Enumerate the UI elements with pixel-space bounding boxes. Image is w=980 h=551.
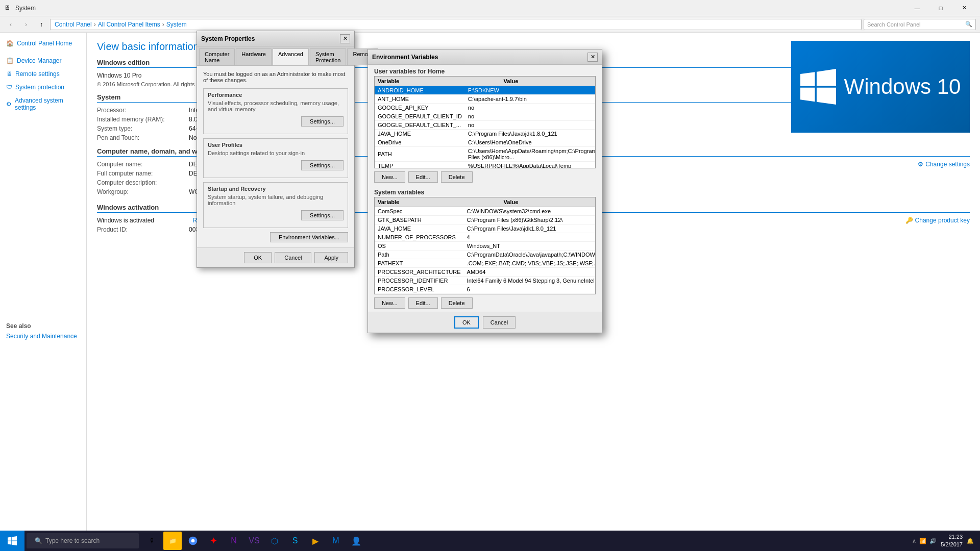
sys-vars-edit-btn[interactable]: Edit...: [408, 297, 438, 309]
minimize-button[interactable]: —: [905, 0, 929, 16]
env-close-button[interactable]: ✕: [587, 53, 598, 62]
notification-center[interactable]: 🔔: [967, 538, 974, 544]
tray-arrow[interactable]: ∧: [912, 538, 916, 544]
tab-system-protection[interactable]: System Protection: [310, 48, 347, 65]
sys-var-name: PROCESSOR_IDENTIFIER: [375, 277, 464, 285]
taskbar-cortana[interactable]: 🎙: [143, 532, 161, 550]
sys-props-cancel-btn[interactable]: Cancel: [275, 252, 311, 263]
sys-props-ok-btn[interactable]: OK: [244, 252, 272, 263]
user-var-row[interactable]: GOOGLE_API_KEYno: [375, 104, 595, 112]
env-ok-btn[interactable]: OK: [454, 316, 479, 329]
user-var-value: C:\apache-ant-1.9.7\bin: [465, 95, 595, 104]
user-vars-scroll[interactable]: ANDROID_HOMEF:\SDKNEWANT_HOMEC:\apache-a…: [375, 86, 595, 168]
sys-props-apply-btn[interactable]: Apply: [314, 252, 348, 263]
windows-logo-large: [800, 69, 836, 105]
tray-volume[interactable]: 🔊: [929, 538, 937, 544]
win10-text: Windows 10: [844, 74, 961, 99]
sys-var-row[interactable]: PROCESSOR_LEVEL6: [375, 285, 595, 294]
sys-var-name: ComSpec: [375, 207, 464, 216]
sys-vars-scroll[interactable]: ComSpecC:\WINDOWS\system32\cmd.exeGTK_BA…: [375, 207, 595, 294]
sys-props-close-button[interactable]: ✕: [340, 34, 350, 43]
sys-var-row[interactable]: PATHEXT.COM;.EXE;.BAT;.CMD;.VBS;.VBE;.JS…: [375, 259, 595, 268]
path-all-items[interactable]: All Control Panel Items: [98, 21, 160, 28]
sidebar-security-maintenance[interactable]: Security and Maintenance: [6, 332, 80, 341]
user-vars-delete-btn[interactable]: Delete: [441, 171, 473, 183]
path-control-panel[interactable]: Control Panel: [55, 21, 92, 28]
user-var-row[interactable]: JAVA_HOMEC:\Program Files\Java\jdk1.8.0_…: [375, 130, 595, 138]
user-vars-edit-btn[interactable]: Edit...: [408, 171, 438, 183]
search-icon-taskbar: 🔍: [35, 537, 42, 544]
sys-props-tabs: Computer Name Hardware Advanced System P…: [197, 46, 354, 66]
clock[interactable]: 21:23 5/2/2017: [941, 533, 963, 549]
product-id-label: Product ID:: [97, 226, 189, 233]
maximize-button[interactable]: □: [929, 0, 952, 16]
user-var-row[interactable]: ANDROID_HOMEF:\SDKNEW: [375, 86, 595, 95]
taskbar-app2[interactable]: ⬡: [265, 532, 284, 550]
address-bar[interactable]: Control Panel › All Control Panel Items …: [50, 19, 862, 30]
sys-var-value: 4: [464, 233, 595, 242]
user-var-col-variable: Variable: [375, 77, 501, 86]
sys-var-row[interactable]: OSWindows_NT: [375, 242, 595, 251]
environment-variables-dialog: Environment Variables ✕ User variables f…: [368, 49, 602, 333]
tab-computer-name[interactable]: Computer Name: [199, 48, 235, 65]
sys-var-row[interactable]: NUMBER_OF_PROCESSORS4: [375, 233, 595, 242]
sidebar-item-system-protection[interactable]: 🛡 System protection: [0, 81, 86, 94]
user-var-row[interactable]: GOOGLE_DEFAULT_CLIENT_IDno: [375, 112, 595, 121]
sidebar-item-device-manager[interactable]: 📋 Device Manager: [0, 54, 86, 67]
chrome-icon: [188, 536, 198, 546]
user-vars-new-btn[interactable]: New...: [374, 171, 405, 183]
taskbar-file-explorer[interactable]: 📁: [163, 532, 182, 550]
env-dialog-title: Environment Variables: [372, 54, 587, 61]
sys-vars-new-btn[interactable]: New...: [374, 297, 405, 309]
sys-vars-delete-btn[interactable]: Delete: [441, 297, 473, 309]
taskbar-app4[interactable]: M: [327, 532, 345, 550]
taskbar-skype[interactable]: S: [286, 532, 304, 550]
user-profiles-settings-btn[interactable]: Settings...: [301, 160, 344, 170]
sys-var-value: C:\Program Files (x86)\GtkSharp\2.12\: [464, 216, 595, 224]
close-button[interactable]: ✕: [952, 0, 976, 16]
tray-network[interactable]: 📶: [919, 538, 926, 544]
env-vars-button[interactable]: Environment Variables...: [270, 232, 348, 242]
taskbar-app5[interactable]: 👤: [347, 532, 365, 550]
tab-hardware[interactable]: Hardware: [236, 48, 272, 65]
sys-var-row[interactable]: ComSpecC:\WINDOWS\system32\cmd.exe: [375, 207, 595, 216]
taskbar-app1[interactable]: ✦: [204, 532, 223, 550]
user-var-value: no: [465, 104, 595, 112]
sys-var-row[interactable]: PROCESSOR_IDENTIFIERIntel64 Family 6 Mod…: [375, 277, 595, 285]
startup-recovery-settings-btn[interactable]: Settings...: [301, 210, 344, 220]
sidebar-home[interactable]: 🏠 Control Panel Home: [0, 37, 86, 50]
sys-var-row[interactable]: GTK_BASEPATHC:\Program Files (x86)\GtkSh…: [375, 216, 595, 224]
see-also-section: See also Security and Maintenance: [0, 318, 86, 345]
user-var-name: TEMP: [375, 162, 465, 168]
change-settings-text: Change settings: [925, 161, 970, 168]
back-button[interactable]: ‹: [4, 18, 17, 31]
env-cancel-btn[interactable]: Cancel: [483, 316, 516, 329]
sidebar-item-advanced-settings[interactable]: ⚙ Advanced system settings: [0, 94, 86, 114]
tab-advanced[interactable]: Advanced: [273, 48, 309, 65]
user-var-row[interactable]: OneDriveC:\Users\Home\OneDrive: [375, 138, 595, 147]
user-var-row[interactable]: GOOGLE_DEFAULT_CLIENT_...no: [375, 121, 595, 130]
user-var-row[interactable]: PATHC:\Users\Home\AppData\Roaming\npm;C:…: [375, 147, 595, 162]
taskbar-search[interactable]: 🔍 Type here to search: [27, 533, 139, 548]
taskbar-app3[interactable]: ▶: [306, 532, 325, 550]
change-settings-link[interactable]: ⚙ Change settings: [918, 161, 970, 168]
sys-var-row[interactable]: PROCESSOR_ARCHITECTUREAMD64: [375, 268, 595, 277]
user-var-value: %USERPROFILE%\AppData\Local\Temp: [465, 162, 595, 168]
change-product-key-link[interactable]: 🔑 Change product key: [905, 217, 970, 224]
taskbar-onenote[interactable]: N: [225, 532, 243, 550]
forward-button[interactable]: ›: [19, 18, 33, 31]
security-label: Security and Maintenance: [6, 333, 77, 340]
gear-icon: ⚙: [6, 101, 12, 108]
search-bar[interactable]: Search Control Panel 🔍: [864, 19, 976, 30]
sys-var-row[interactable]: JAVA_HOMEC:\Program Files\Java\jdk1.8.0_…: [375, 224, 595, 233]
performance-settings-btn[interactable]: Settings...: [301, 116, 344, 127]
sidebar-item-remote-settings[interactable]: 🖥 Remote settings: [0, 67, 86, 81]
start-button[interactable]: [0, 531, 24, 551]
taskbar-chrome[interactable]: [184, 532, 202, 550]
user-var-row[interactable]: TEMP%USERPROFILE%\AppData\Local\Temp: [375, 162, 595, 168]
sys-var-row[interactable]: PathC:\ProgramData\Oracle\Java\javapath;…: [375, 251, 595, 259]
path-system[interactable]: System: [166, 21, 187, 28]
user-var-row[interactable]: ANT_HOMEC:\apache-ant-1.9.7\bin: [375, 95, 595, 104]
up-button[interactable]: ↑: [35, 18, 48, 31]
taskbar-vs[interactable]: VS: [245, 532, 263, 550]
